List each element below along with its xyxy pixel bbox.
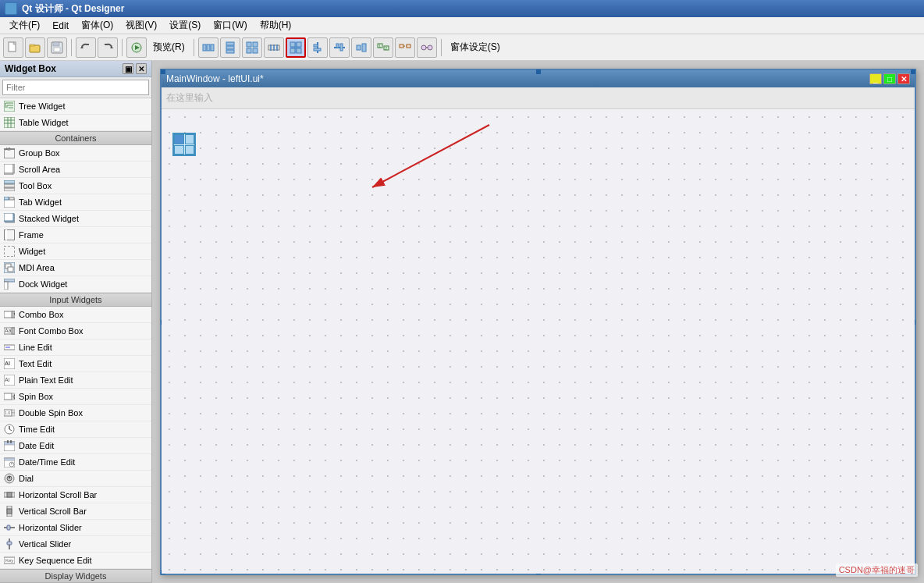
svg-rect-13 [211,44,214,51]
inner-window-controls: _ □ ✕ [869,73,910,84]
menu-help[interactable]: 帮助(H) [254,17,298,34]
list-item-scroll-area[interactable]: Scroll Area [0,162,151,178]
list-item-group-box[interactable]: AB Group Box [0,145,151,162]
svg-point-46 [421,45,426,50]
list-item-time-edit[interactable]: Time Edit [0,421,151,438]
inner-toolbar[interactable]: 在这里输入 [162,87,915,109]
list-item-widget[interactable]: Widget [0,244,151,260]
preview-button[interactable] [126,37,147,58]
list-item-frame[interactable]: Frame [0,227,151,244]
vslider-icon [3,538,16,550]
canvas-widget[interactable] [172,133,196,156]
save-button[interactable] [47,37,67,58]
list-item-date-edit[interactable]: Date Edit [0,438,151,454]
open-button[interactable] [25,37,45,58]
list-item-mdi-area[interactable]: MDI Area [0,260,151,276]
list-item-table-widget[interactable]: Table Widget [0,115,151,131]
dock-icon [3,278,16,290]
svg-rect-15 [226,46,234,49]
svg-rect-19 [247,48,251,53]
svg-rect-64 [4,164,13,173]
separator-1 [71,39,72,56]
signals-button[interactable] [417,37,437,58]
menu-form[interactable]: 窗体(O) [75,17,119,34]
adjust-size-button[interactable] [351,37,371,58]
svg-text:▼: ▼ [12,396,15,400]
canvas-widget-cell-4 [185,145,195,155]
list-item-datetime-edit[interactable]: Date/Time Edit [0,454,151,471]
list-item-text-edit[interactable]: AI Text Edit [0,356,151,372]
menu-file[interactable]: 文件(F) [3,17,46,34]
handle-tl[interactable] [161,69,165,74]
handle-tr[interactable] [911,69,915,74]
buddy-button[interactable] [395,37,415,58]
list-item-spin-box[interactable]: ▲▼ Spin Box [0,389,151,405]
list-item-font-combo-box[interactable]: Aa Font Combo Box [0,323,151,339]
widget-box-controls: ▣ ✕ [123,63,147,74]
new-button[interactable] [3,37,23,58]
layout-break-button[interactable] [264,37,284,58]
svg-text:Key: Key [5,558,13,563]
undo-button[interactable] [76,37,96,58]
svg-rect-25 [290,42,295,47]
handle-tm[interactable] [536,69,541,74]
layout-form-button[interactable] [242,37,262,58]
svg-rect-109 [4,442,15,445]
inner-close-btn[interactable]: ✕ [897,73,910,84]
canvas-area[interactable]: MainWindow - leftUI.ui* _ □ ✕ 在这里输入 [152,61,924,583]
menu-view[interactable]: 视图(V) [119,17,163,34]
combo-box-label: Combo Box [19,310,63,319]
list-item-plain-text-edit[interactable]: AI Plain Text Edit [0,372,151,389]
list-item-stacked-widget[interactable]: Stacked Widget [0,211,151,227]
tab-order-button[interactable]: 12 [373,37,393,58]
list-item-dock-widget[interactable]: Dock Widget [0,276,151,293]
svg-rect-36 [340,44,343,51]
list-item-double-spin-box[interactable]: 1.0 Double Spin Box [0,405,151,421]
doublespinbox-icon: 1.0 [3,407,16,419]
fontcombo-icon: Aa [3,325,16,337]
category-display: Display Widgets [0,569,151,583]
list-item-tree-widget[interactable]: Tree Widget [0,98,151,115]
svg-rect-68 [4,184,15,187]
list-item-vertical-scroll-bar[interactable]: Vertical Scroll Bar [0,503,151,520]
list-item-dial[interactable]: Dial [0,471,151,487]
group-box-label: Group Box [19,148,60,158]
time-edit-label: Time Edit [19,425,55,434]
tree-widget-label: Tree Widget [19,101,66,111]
list-item-vertical-slider[interactable]: Vertical Slider [0,536,151,553]
widget-box-close-btn[interactable]: ✕ [136,63,147,74]
list-item-horizontal-scroll-bar[interactable]: Horizontal Scroll Bar [0,487,151,503]
inner-minimize-btn[interactable]: _ [869,73,882,84]
dial-icon [3,472,16,485]
inner-restore-btn[interactable]: □ [883,73,896,84]
menu-settings[interactable]: 设置(S) [163,17,207,34]
list-item-tab-widget[interactable]: Tab Widget [0,194,151,211]
tool-box-label: Tool Box [19,181,52,190]
vertical-scroll-bar-label: Vertical Scroll Bar [19,507,87,516]
align-h-button[interactable] [307,37,328,58]
svg-rect-72 [9,197,14,200]
dateedit-icon [3,439,16,452]
list-item-tool-box[interactable]: Tool Box [0,178,151,194]
plaintextedit-icon: AI [3,374,16,386]
stacked-icon [3,212,16,225]
timeedit-icon [3,423,16,435]
inner-window-content[interactable] [162,109,915,574]
separator-2 [122,39,123,56]
layout-v-button[interactable] [220,37,240,58]
layout-h-button[interactable] [198,37,219,58]
svg-rect-120 [7,492,12,497]
datetime-edit-label: Date/Time Edit [19,457,75,467]
menu-edit[interactable]: Edit [46,19,75,33]
list-item-key-sequence-edit[interactable]: Key Key Sequence Edit [0,553,151,569]
list-item-combo-box[interactable]: ▼ Combo Box [0,307,151,323]
widget-box-float-btn[interactable]: ▣ [123,63,133,74]
filter-input[interactable] [2,80,149,95]
redo-button[interactable] [98,37,118,58]
list-item-line-edit[interactable]: Line Edit [0,339,151,356]
align-v-button[interactable] [329,37,350,58]
settings-label: 窗体设定(S) [446,41,505,54]
menu-window[interactable]: 窗口(W) [207,17,253,34]
list-item-horizontal-slider[interactable]: Horizontal Slider [0,520,151,536]
layout-grid-button[interactable] [286,37,306,58]
